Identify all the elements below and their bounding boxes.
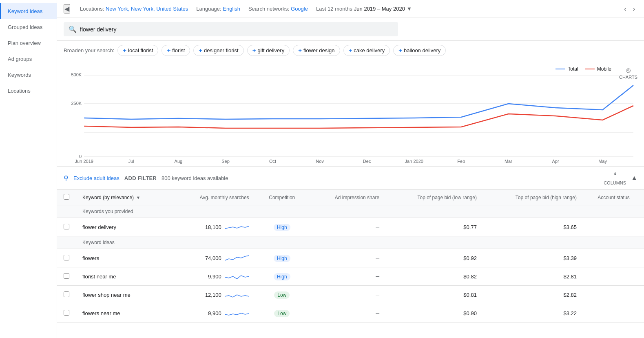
svg-text:Aug: Aug (175, 159, 183, 164)
svg-text:Jul: Jul (128, 159, 134, 164)
locations-filter: Locations: New York, New York, United St… (80, 6, 188, 12)
row-checkbox[interactable] (64, 310, 69, 316)
sidebar-item-locations[interactable]: Locations (0, 83, 57, 99)
sidebar-item-keywords[interactable]: Keywords (0, 67, 57, 83)
search-icon: 🔍 (69, 25, 77, 33)
th-top-bid-low[interactable]: Top of page bid (low range) (386, 190, 483, 205)
plus-icon: + (298, 47, 302, 54)
th-ad-impression[interactable]: Ad impression share (308, 190, 386, 205)
broaden-chip-gift-delivery[interactable]: + gift delivery (247, 45, 290, 56)
chart-wrapper: 500K 250K 0 Jun 2019 Jul Aug Sep Oct Nov… (64, 71, 637, 166)
avg-monthly-cell: 9,900 (172, 267, 256, 286)
legend-mobile: Mobile (585, 66, 611, 72)
table-area: ⚲ Exclude adult ideas ADD FILTER 800 key… (57, 167, 644, 338)
top-bid-low-cell: $0.82 (386, 267, 483, 286)
account-status-cell (583, 304, 644, 322)
sidebar-item-grouped-ideas[interactable]: Grouped ideas (0, 19, 57, 35)
add-filter-button[interactable]: ADD FILTER (124, 175, 157, 181)
date-range-selector[interactable]: Last 12 months Jun 2019 – May 2020 ▼ (316, 6, 412, 12)
th-competition[interactable]: Competition (256, 190, 308, 205)
sort-icon: ▼ (136, 195, 140, 200)
svg-text:Nov: Nov (316, 159, 324, 164)
chevron-down-icon: ▼ (407, 6, 412, 12)
top-bid-high-cell: $3.22 (483, 304, 583, 322)
legend-total: Total (555, 66, 578, 72)
th-avg-monthly[interactable]: Avg. monthly searches (172, 190, 256, 205)
broaden-chip-local-florist[interactable]: + local florist (117, 45, 158, 56)
broaden-chip-cake-delivery[interactable]: + cake delivery (343, 45, 390, 56)
top-bid-low-cell: $0.81 (386, 286, 483, 304)
sparkline-chart (225, 253, 249, 263)
th-top-bid-high[interactable]: Top of page bid (high range) (483, 190, 583, 205)
section-header-ideas: Keyword ideas (57, 236, 644, 249)
top-bid-high-cell: $3.39 (483, 249, 583, 267)
section-header-provided: Keywords you provided (57, 205, 644, 218)
ad-impression-cell: – (308, 304, 386, 322)
available-count: 800 keyword ideas available (162, 175, 228, 181)
plus-icon: + (349, 47, 352, 54)
search-section: 🔍 (57, 18, 644, 41)
competition-cell: High (256, 249, 308, 267)
row-checkbox[interactable] (64, 291, 69, 297)
keyword-cell: flower shop near me (76, 286, 172, 304)
search-input[interactable] (80, 26, 393, 33)
svg-text:Mar: Mar (505, 159, 512, 164)
keyword-cell: florist near me (76, 267, 172, 286)
ad-impression-cell: – (308, 286, 386, 304)
avg-monthly-cell: 12,100 (172, 286, 256, 304)
svg-text:Apr: Apr (552, 159, 559, 164)
collapse-table-button[interactable]: ▲ (631, 174, 637, 182)
account-status-cell (583, 249, 644, 267)
row-checkbox[interactable] (64, 255, 69, 260)
trend-chart: 500K 250K 0 Jun 2019 Jul Aug Sep Oct Nov… (64, 71, 637, 165)
ad-impression-cell: – (308, 267, 386, 286)
sidebar-item-ad-groups[interactable]: Ad groups (0, 51, 57, 67)
svg-text:500K: 500K (71, 72, 82, 77)
broaden-label: Broaden your search: (64, 47, 114, 53)
table-header: Keyword (by relevance) ▼ Avg. monthly se… (57, 190, 644, 205)
svg-text:Jan 2020: Jan 2020 (405, 159, 423, 164)
th-keyword[interactable]: Keyword (by relevance) ▼ (76, 190, 172, 205)
date-nav: ‹ › (622, 4, 637, 13)
th-account-status[interactable]: Account status (583, 190, 644, 205)
columns-icon: ❛ (614, 171, 616, 180)
columns-button[interactable]: ❛ COLUMNS (604, 171, 626, 185)
row-checkbox[interactable] (64, 273, 69, 279)
broaden-chip-designer-florist[interactable]: + designer florist (193, 45, 243, 56)
sidebar-item-keyword-ideas[interactable]: Keyword ideas (0, 3, 57, 19)
main-content: ◀ Locations: New York, New York, United … (57, 0, 644, 338)
charts-icon: ⎋ (626, 66, 631, 75)
keywords-table: Keyword (by relevance) ▼ Avg. monthly se… (57, 190, 644, 322)
next-date-button[interactable]: › (631, 4, 637, 13)
broaden-chip-balloon-delivery[interactable]: + balloon delivery (393, 45, 446, 56)
table-row: flower delivery 18,100 High – $0.77 (57, 218, 644, 236)
exclude-adult-link[interactable]: Exclude adult ideas (73, 175, 120, 181)
broaden-chip-flower-design[interactable]: + flower design (293, 45, 340, 56)
table-row: flowers 74,000 High – $0.92 (57, 249, 644, 267)
top-bid-low-cell: $0.92 (386, 249, 483, 267)
broaden-chip-florist[interactable]: + florist (162, 45, 190, 56)
row-checkbox[interactable] (64, 224, 69, 229)
collapse-sidebar-button[interactable]: ◀ (64, 4, 70, 13)
avg-monthly-cell: 9,900 (172, 304, 256, 322)
sparkline-chart (225, 222, 249, 232)
table-body: Keywords you provided flower delivery 18… (57, 205, 644, 322)
language-filter: Language: English (196, 6, 240, 12)
top-bid-high-cell: $2.82 (483, 286, 583, 304)
svg-text:Sep: Sep (221, 159, 230, 164)
avg-monthly-cell: 74,000 (172, 249, 256, 267)
mobile-line (585, 69, 595, 69)
ad-impression-cell: – (308, 249, 386, 267)
keyword-cell: flowers (76, 249, 172, 267)
svg-text:Jun 2019: Jun 2019 (75, 159, 93, 164)
prev-date-button[interactable]: ‹ (622, 4, 629, 13)
svg-text:0: 0 (79, 154, 82, 159)
select-all-checkbox[interactable] (64, 194, 69, 200)
sidebar-item-plan-overview[interactable]: Plan overview (0, 35, 57, 51)
account-status-cell (583, 286, 644, 304)
account-status-cell (583, 218, 644, 236)
table-row: flowers near me 9,900 Low – $0.90 (57, 304, 644, 322)
charts-button[interactable]: ⎋ CHARTS (619, 66, 637, 80)
plus-icon: + (398, 47, 402, 54)
plus-icon: + (167, 47, 170, 54)
